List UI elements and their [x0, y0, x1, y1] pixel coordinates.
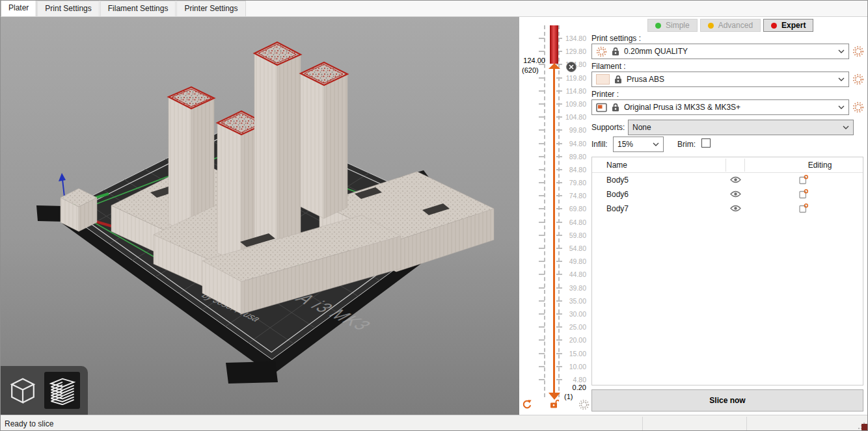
layer-tick-label: 44.80: [562, 270, 586, 278]
chevron-down-icon: [843, 125, 849, 129]
slider-gear-icon[interactable]: [578, 399, 590, 410]
object-row[interactable]: Body6: [592, 187, 863, 202]
view-3d-button[interactable]: [5, 372, 40, 409]
prusaslicer-window: Plater Print Settings Filament Settings …: [0, 0, 868, 431]
tab-printer-settings[interactable]: Printer Settings: [176, 1, 245, 16]
unlock-icon[interactable]: [550, 399, 560, 409]
ruler-tick-mark: [556, 182, 562, 183]
slice-now-button[interactable]: Slice now: [591, 389, 863, 411]
print-settings-value: 0.20mm QUALITY: [624, 47, 834, 56]
ruler-dashed-column: [558, 25, 560, 397]
object-row[interactable]: Body5: [592, 173, 863, 187]
layer-tick-label: 4.80: [562, 376, 586, 384]
slider-top-band: [550, 25, 558, 64]
object-name: Body6: [606, 190, 629, 199]
ruler-tick-mark: [556, 208, 562, 209]
ruler-tick-mark: [539, 51, 545, 52]
sidebar: Simple Advanced Expert Print settings : …: [590, 17, 868, 415]
mode-expert-button[interactable]: Expert: [763, 19, 813, 32]
mode-switch: Simple Advanced Expert: [647, 19, 813, 32]
ruler-tick-mark: [539, 169, 545, 170]
infill-label: Infill:: [591, 140, 608, 149]
filament-combo[interactable]: Prusa ABS: [591, 72, 849, 87]
object-name: Body7: [606, 204, 629, 213]
filament-gear-button[interactable]: [852, 73, 864, 85]
printer-gear-button[interactable]: [852, 101, 864, 113]
tab-print-settings[interactable]: Print Settings: [37, 1, 99, 16]
lower-handle-value: 0.20: [562, 384, 586, 391]
view-mode-switch: [1, 366, 88, 415]
filament-color-swatch: [596, 74, 610, 85]
ruler-tick-mark: [556, 195, 562, 196]
eye-icon[interactable]: [730, 205, 741, 213]
layer-tick-label: 69.80: [562, 205, 586, 213]
ruler-tick-mark: [539, 38, 545, 39]
lock-icon: [612, 47, 619, 56]
layer-tick-label: 74.80: [562, 192, 586, 200]
printer-icon: [596, 103, 607, 112]
edit-object-icon[interactable]: [799, 189, 808, 199]
layer-tick-label: 35.00: [562, 297, 586, 305]
tab-bar: Plater Print Settings Filament Settings …: [1, 1, 867, 17]
tab-filament-settings[interactable]: Filament Settings: [100, 1, 176, 16]
layer-tick-label: 129.80: [562, 47, 586, 55]
ruler-tick-mark: [556, 313, 562, 315]
ruler-tick-mark: [539, 353, 545, 354]
edit-object-icon[interactable]: [799, 203, 808, 213]
supports-select[interactable]: None: [628, 120, 854, 135]
column-divider: [744, 159, 745, 172]
layer-tick-label: 30.00: [562, 310, 586, 318]
cube-3d-icon: [10, 377, 36, 404]
ruler-tick-mark: [539, 261, 545, 262]
status-message: Ready to slice: [5, 419, 53, 428]
tab-plater[interactable]: Plater: [1, 0, 36, 16]
chevron-down-icon: [838, 49, 845, 53]
tab-label: Print Settings: [45, 4, 91, 13]
eye-icon[interactable]: [730, 176, 741, 184]
printer-label: Printer :: [591, 90, 619, 99]
layer-slider-panel: 134.80129.80124.80119.80114.80109.80104.…: [519, 17, 590, 415]
ruler-tick-mark: [556, 129, 562, 131]
lock-icon: [612, 103, 619, 112]
layer-tick-label: 64.80: [562, 218, 586, 226]
undo-icon[interactable]: [522, 399, 533, 410]
object-list-header: Name Editing: [592, 157, 863, 173]
print-settings-combo[interactable]: 0.20mm QUALITY: [591, 44, 849, 59]
brim-checkbox[interactable]: [701, 138, 711, 148]
ruler-tick-mark: [556, 103, 562, 105]
layer-tick-label: 10.00: [562, 363, 586, 371]
layer-tick-label: 109.80: [562, 100, 586, 108]
view-layers-button[interactable]: [44, 372, 80, 409]
simple-dot-icon: [655, 23, 661, 29]
layer-tick-label: 89.80: [562, 153, 586, 161]
printer-combo[interactable]: Original Prusa i3 MK3S & MK3S+: [591, 99, 849, 115]
mode-advanced-button[interactable]: Advanced: [700, 19, 761, 32]
ruler-tick-mark: [539, 116, 545, 118]
ruler-tick-mark: [539, 129, 545, 131]
infill-value: 15%: [617, 140, 648, 149]
ruler-tick-mark: [539, 195, 545, 196]
eye-icon[interactable]: [730, 190, 741, 198]
ruler-dashed-column: [544, 25, 545, 397]
viewport-3d[interactable]: ORIGINAL PRUSA i3 MK3 by Josef Prusa: [1, 17, 519, 415]
layer-tick-label: 119.80: [562, 74, 586, 82]
mode-simple-button[interactable]: Simple: [647, 19, 698, 32]
status-bar: Ready to slice: [1, 415, 867, 431]
status-divider: [642, 417, 643, 430]
ruler-tick-mark: [539, 326, 545, 328]
layer-tick-label: 99.80: [562, 126, 586, 134]
object-row[interactable]: Body7: [592, 202, 863, 216]
slider-upper-handle[interactable]: [549, 63, 560, 69]
ruler-tick-mark: [556, 274, 562, 275]
print-settings-gear-button[interactable]: [852, 46, 864, 57]
layer-tick-label: 94.80: [562, 140, 586, 148]
slider-range-track[interactable]: [553, 69, 555, 394]
edit-object-icon[interactable]: [799, 175, 808, 185]
window-edge-artifact: [861, 424, 867, 431]
remove-marker-button[interactable]: [566, 62, 576, 72]
brim-label: Brim:: [677, 140, 696, 149]
layer-tick-label: 104.80: [562, 113, 586, 121]
sliced-model[interactable]: [61, 42, 494, 314]
ruler-tick-mark: [556, 90, 562, 92]
infill-select[interactable]: 15%: [613, 137, 664, 152]
